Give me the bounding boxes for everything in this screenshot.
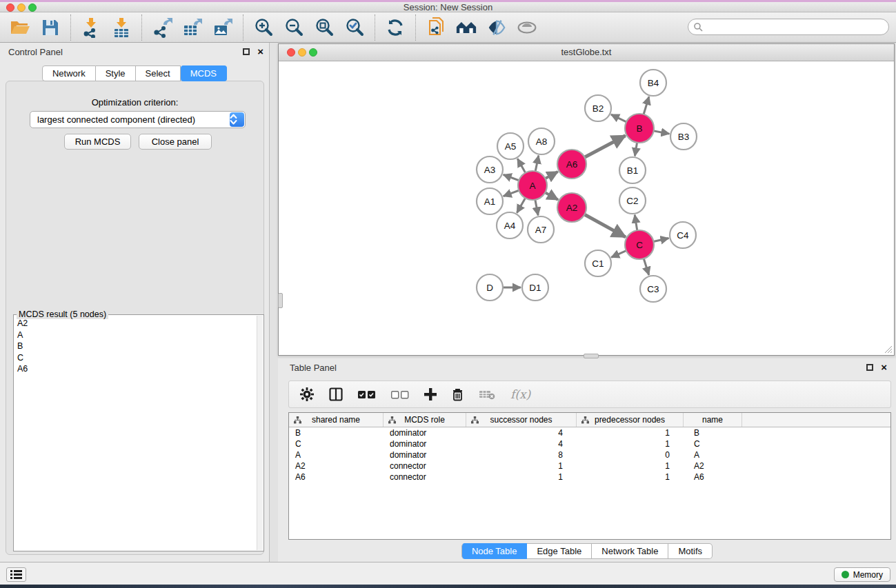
column-header-shared-name[interactable]: shared name xyxy=(289,413,384,427)
zoom-out-icon[interactable] xyxy=(283,17,304,38)
node-A4[interactable]: A4 xyxy=(497,212,523,239)
export-image-icon[interactable] xyxy=(212,17,233,38)
splitter-grip-horizontal[interactable] xyxy=(584,354,599,358)
node-A3[interactable]: A3 xyxy=(477,156,503,183)
node-C1[interactable]: C1 xyxy=(585,250,611,276)
table-cell[interactable]: C xyxy=(684,438,742,449)
table-cell[interactable]: A xyxy=(289,449,384,460)
mcds-result-item[interactable]: C xyxy=(14,352,256,364)
node-A1[interactable]: A1 xyxy=(477,188,503,214)
delete-column-trash-icon[interactable] xyxy=(452,387,464,401)
node-C[interactable]: C xyxy=(625,230,654,259)
tab-motifs[interactable]: Motifs xyxy=(668,543,713,559)
export-table-icon[interactable] xyxy=(182,17,203,38)
show-all-home-icon[interactable] xyxy=(456,17,477,38)
mcds-result-item[interactable]: A6 xyxy=(14,363,256,375)
table-cell[interactable]: C xyxy=(289,438,384,449)
node-A2[interactable]: A2 xyxy=(557,193,586,222)
tab-network-table[interactable]: Network Table xyxy=(592,543,668,559)
table-cell[interactable]: B xyxy=(684,427,742,438)
mcds-result-item[interactable]: A2 xyxy=(14,318,256,330)
table-row[interactable]: Bdominator41B xyxy=(289,427,890,438)
save-session-icon[interactable] xyxy=(40,17,61,38)
table-cell[interactable]: connector xyxy=(384,460,466,472)
table-cell[interactable]: 1 xyxy=(466,472,577,483)
node-A8[interactable]: A8 xyxy=(528,128,555,154)
run-mcds-button[interactable]: Run MCDS xyxy=(64,134,131,150)
node-B2[interactable]: B2 xyxy=(585,95,611,121)
table-cell[interactable]: 1 xyxy=(577,460,684,472)
table-row[interactable]: A6connector11A6 xyxy=(289,472,890,483)
table-cell[interactable]: 4 xyxy=(466,427,577,438)
select-all-icon[interactable] xyxy=(358,390,376,399)
table-float-icon[interactable] xyxy=(866,364,873,371)
add-column-icon[interactable] xyxy=(424,388,437,401)
zoom-fit-icon[interactable] xyxy=(314,17,335,38)
table-row[interactable]: Adominator80A xyxy=(289,449,890,460)
hide-annotations-icon[interactable] xyxy=(486,17,507,38)
table-cell[interactable]: 4 xyxy=(466,438,577,449)
memory-button[interactable]: Memory xyxy=(834,567,890,582)
search-input[interactable] xyxy=(688,19,889,35)
column-header-name[interactable]: name xyxy=(684,413,742,427)
result-scrollbar[interactable] xyxy=(257,316,263,550)
table-cell[interactable]: A6 xyxy=(289,472,384,483)
node-D1[interactable]: D1 xyxy=(522,274,548,301)
clone-network-icon[interactable] xyxy=(426,17,446,38)
table-close-icon[interactable]: × xyxy=(881,361,887,374)
tab-edge-table[interactable]: Edge Table xyxy=(527,543,592,559)
refresh-layout-icon[interactable] xyxy=(385,17,406,38)
table-cell[interactable]: A6 xyxy=(684,472,742,483)
table-cell[interactable]: 1 xyxy=(466,460,577,472)
export-network-icon[interactable] xyxy=(152,17,172,38)
network-canvas[interactable]: B4B2BB3A5A8A6A3AB1A1A2C2A4A7C4CC1C3DD1 xyxy=(279,61,894,355)
import-network-icon[interactable] xyxy=(81,17,101,38)
table-cell[interactable]: dominator xyxy=(384,449,466,460)
close-panel-button[interactable]: Close panel xyxy=(139,134,212,150)
unselect-all-icon[interactable] xyxy=(391,390,409,399)
tab-mcds[interactable]: MCDS xyxy=(181,65,227,81)
node-A7[interactable]: A7 xyxy=(528,216,554,243)
close-panel-icon[interactable]: × xyxy=(257,45,263,58)
table-cell[interactable]: dominator xyxy=(384,427,466,438)
node-A6[interactable]: A6 xyxy=(557,150,586,179)
tab-style[interactable]: Style xyxy=(96,65,136,81)
table-cell[interactable]: A xyxy=(684,449,742,460)
table-cell[interactable]: 1 xyxy=(577,427,684,438)
zoom-in-icon[interactable] xyxy=(253,17,274,38)
node-D[interactable]: D xyxy=(477,274,503,301)
table-settings-gear-icon[interactable] xyxy=(300,387,314,401)
mcds-result-item[interactable]: A xyxy=(14,330,256,341)
column-header-predecessor-nodes[interactable]: predecessor nodes xyxy=(577,413,684,427)
table-row[interactable]: Cdominator41C xyxy=(289,438,890,449)
table-row[interactable]: A2connector11A2 xyxy=(289,460,890,472)
table-cell[interactable]: dominator xyxy=(384,438,466,449)
delete-table-icon[interactable] xyxy=(479,389,495,400)
node-A[interactable]: A xyxy=(518,171,547,200)
preview-eye-icon[interactable] xyxy=(517,17,537,38)
mcds-result-item[interactable]: B xyxy=(14,341,256,352)
node-C3[interactable]: C3 xyxy=(640,276,666,302)
table-cell[interactable]: A2 xyxy=(684,460,742,472)
node-C4[interactable]: C4 xyxy=(670,222,696,248)
column-header-mcds-role[interactable]: MCDS role xyxy=(384,413,466,427)
network-minimize-icon[interactable] xyxy=(298,48,306,57)
zoom-selected-icon[interactable] xyxy=(344,17,365,38)
show-columns-icon[interactable] xyxy=(329,387,343,401)
tab-network[interactable]: Network xyxy=(42,65,96,81)
table-cell[interactable]: 1 xyxy=(577,438,684,449)
table-cell[interactable]: connector xyxy=(384,472,466,483)
network-close-icon[interactable] xyxy=(287,48,295,57)
node-B3[interactable]: B3 xyxy=(670,123,697,150)
function-builder-icon[interactable]: f(x) xyxy=(510,387,530,401)
float-panel-icon[interactable] xyxy=(243,48,250,55)
window-resize-grip[interactable] xyxy=(883,344,893,354)
tab-select[interactable]: Select xyxy=(136,65,181,81)
node-A5[interactable]: A5 xyxy=(497,133,524,159)
table-cell[interactable]: A2 xyxy=(289,460,384,472)
import-table-icon[interactable] xyxy=(111,17,132,38)
criterion-select[interactable]: largest connected component (directed) xyxy=(30,111,246,128)
table-cell[interactable]: B xyxy=(289,427,384,438)
splitter-grip-vertical[interactable] xyxy=(278,293,283,308)
table-cell[interactable]: 8 xyxy=(466,449,577,460)
